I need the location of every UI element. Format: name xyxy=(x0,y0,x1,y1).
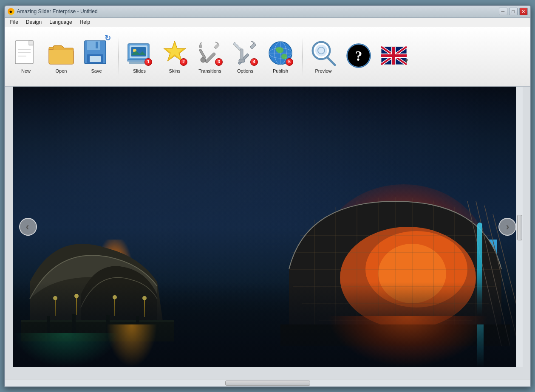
title-bar-left: ★ Amazing Slider Enterprise - Untitled xyxy=(8,8,98,15)
svg-line-33 xyxy=(327,57,335,65)
svg-rect-13 xyxy=(131,47,146,56)
svg-point-32 xyxy=(315,45,327,56)
svg-rect-19 xyxy=(205,52,215,63)
svg-rect-46 xyxy=(381,54,407,57)
menu-file[interactable]: File xyxy=(7,18,22,26)
publish-label: Publish xyxy=(273,68,288,73)
window-title: Amazing Slider Enterprise - Untitled xyxy=(17,8,98,14)
slides-button[interactable]: 1 Slides xyxy=(124,32,156,81)
options-button[interactable]: 4 Options xyxy=(229,32,261,81)
menu-design[interactable]: Design xyxy=(23,18,45,26)
preview-icon xyxy=(310,40,337,66)
options-label: Options xyxy=(237,68,253,73)
app-icon: ★ xyxy=(8,8,14,15)
new-label: New xyxy=(21,68,31,73)
vertical-scrollbar-thumb[interactable] xyxy=(517,215,522,240)
transitions-label: Transitions xyxy=(198,68,221,73)
publish-badge: 5 xyxy=(286,58,293,66)
horizontal-scrollbar[interactable] xyxy=(5,380,530,386)
svg-text:?: ? xyxy=(355,48,362,64)
toolbar: New Open xyxy=(5,27,530,87)
maximize-button[interactable]: □ xyxy=(509,8,518,15)
preview-area: ‹ › xyxy=(5,87,530,386)
slider-next-button[interactable]: › xyxy=(498,218,516,236)
open-label: Open xyxy=(56,68,67,73)
scroll-track-h xyxy=(13,381,523,386)
undo-arrow-icon: ↺ xyxy=(105,34,111,43)
menu-language[interactable]: Language xyxy=(46,18,75,26)
options-badge: 4 xyxy=(250,58,258,66)
save-label: Save xyxy=(91,68,102,73)
svg-rect-23 xyxy=(241,49,243,60)
svg-rect-1 xyxy=(29,41,33,45)
slider-prev-button[interactable]: ‹ xyxy=(19,218,37,236)
close-button[interactable]: ✕ xyxy=(519,8,528,15)
vertical-scrollbar[interactable] xyxy=(516,87,523,367)
open-button[interactable]: Open xyxy=(45,32,77,81)
toolbar-separator-1 xyxy=(118,37,119,76)
svg-rect-24 xyxy=(239,59,245,62)
svg-rect-8 xyxy=(96,42,98,48)
prev-arrow-icon: ‹ xyxy=(26,222,29,232)
skins-label: Skins xyxy=(169,68,181,73)
scroll-right-btn[interactable] xyxy=(523,381,529,386)
help-button[interactable]: ? xyxy=(343,32,375,81)
horizontal-scrollbar-thumb[interactable] xyxy=(225,381,310,386)
help-icon: ? xyxy=(346,43,371,68)
slider-canvas: ‹ › xyxy=(13,87,523,367)
preview-label: Preview xyxy=(315,68,331,73)
publish-button[interactable]: 5 Publish xyxy=(265,32,297,81)
minimize-button[interactable]: ─ xyxy=(499,8,507,15)
open-icon xyxy=(48,40,74,66)
slides-badge: 1 xyxy=(144,58,152,66)
slides-label: Slides xyxy=(133,68,146,73)
skins-button[interactable]: 2 Skins xyxy=(159,32,191,81)
preview-inner: ‹ › xyxy=(5,87,530,380)
title-bar: ★ Amazing Slider Enterprise - Untitled ─… xyxy=(5,6,530,18)
main-window: ★ Amazing Slider Enterprise - Untitled ─… xyxy=(4,5,531,387)
save-button[interactable]: ↺ Save xyxy=(81,32,113,81)
menubar: File Design Language Help xyxy=(5,18,530,27)
new-icon xyxy=(14,40,38,66)
save-icon xyxy=(84,40,109,66)
scroll-left-btn[interactable] xyxy=(6,381,13,386)
window-controls: ─ □ ✕ xyxy=(499,8,528,15)
next-arrow-icon: › xyxy=(506,222,510,232)
language-button[interactable]: ▼ xyxy=(378,32,410,81)
water-reflections xyxy=(13,290,523,367)
svg-rect-10 xyxy=(90,56,101,62)
skins-badge: 2 xyxy=(180,58,187,66)
svg-rect-15 xyxy=(127,59,147,62)
new-button[interactable]: New xyxy=(10,32,42,81)
transitions-button[interactable]: 3 Transitions xyxy=(194,32,226,81)
menu-help[interactable]: Help xyxy=(76,18,94,26)
toolbar-separator-2 xyxy=(302,37,303,76)
transitions-badge: 3 xyxy=(215,58,223,66)
preview-button[interactable]: Preview xyxy=(308,32,340,81)
language-dropdown-icon: ▼ xyxy=(403,57,409,64)
